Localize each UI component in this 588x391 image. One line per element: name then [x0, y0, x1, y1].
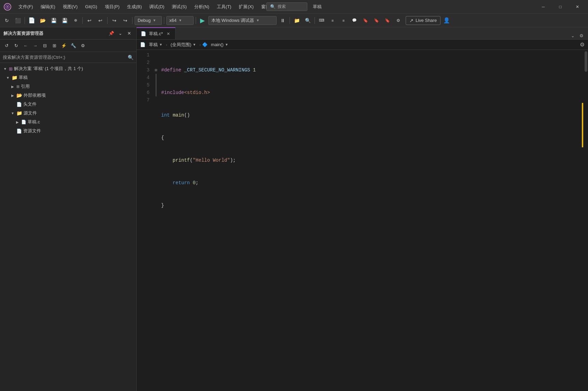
toolbar-undo2-btn[interactable]: ↩ [96, 16, 105, 25]
nav-file-label: 草稿 [149, 42, 158, 48]
nav-file-item[interactable]: 草稿 ▼ [147, 41, 165, 49]
nav-func-item[interactable]: main() ▼ [209, 41, 230, 48]
toolbar-new-btn[interactable]: 📄 [27, 16, 37, 25]
sidebar-wrench-btn[interactable]: 🔧 [69, 41, 78, 50]
sidebar-back-btn[interactable]: ← [21, 41, 30, 50]
search-box[interactable]: 🔍 搜索 [266, 2, 307, 11]
toolbar-bookmark-btn[interactable]: 🔖 [361, 16, 370, 25]
sidebar-search[interactable]: 搜索解决方案资源管理器(Ctrl+;) 🔍 [0, 52, 136, 63]
sidebar-pending-btn[interactable]: ⊞ [50, 41, 59, 50]
sidebar-forward-btn[interactable]: → [31, 41, 40, 50]
close-button[interactable]: ✕ [570, 0, 585, 14]
tab-dropdown-btn[interactable]: ⌄ [569, 32, 576, 39]
nav-func-label: main() [211, 42, 224, 47]
toolbar-code-btn[interactable]: ⌨ [317, 16, 326, 25]
res-label: 资源文件 [23, 128, 136, 134]
toolbar-bookmark2-btn[interactable]: 🔖 [372, 16, 381, 25]
menu-item-p[interactable]: 项目(P) [101, 2, 123, 11]
toolbar-refresh-btn[interactable]: ↻ [2, 16, 12, 25]
toolbar-comment-btn[interactable]: 💬 [350, 16, 359, 25]
toolbar-save-all-btn[interactable]: 💾 [60, 16, 69, 25]
menu-item-t[interactable]: 工具(T) [213, 2, 235, 11]
live-share-icon: ↗ [409, 18, 414, 23]
nav-func-icon: 🔷 [202, 42, 208, 47]
menu-item-n[interactable]: 分析(N) [191, 2, 213, 11]
menu-item-s[interactable]: 测试(S) [168, 2, 190, 11]
toolbar-stop-btn[interactable]: ⬛ [13, 16, 23, 25]
code-gutter: ⊟ [154, 50, 158, 391]
tree-item-references[interactable]: ▶ ⊞ 引用 [0, 82, 136, 91]
editor-scrollbar[interactable] [583, 50, 588, 391]
line-num-2: 2 [137, 59, 150, 66]
menu-item-e[interactable]: 编辑(E) [37, 2, 59, 11]
nav-settings-btn[interactable]: ⚙ [580, 41, 585, 48]
toolbar-save-btn[interactable]: 💾 [49, 16, 58, 25]
sidebar-collapse-btn[interactable]: ⊟ [40, 41, 49, 50]
sidebar-sync-btn[interactable]: ↺ [2, 41, 11, 50]
tree-item-project[interactable]: ▼ 📁 草稿 [0, 73, 136, 82]
sidebar-close-btn[interactable]: ✕ [125, 30, 133, 37]
tree-item-external-deps[interactable]: ▶ 📂 外部依赖项 [0, 91, 136, 100]
live-share-button[interactable]: ↗ Live Share [406, 16, 440, 25]
token-5-indent [161, 157, 173, 164]
sidebar-chevron-btn[interactable]: ⌄ [116, 30, 124, 37]
menu-item-x[interactable]: 扩展(X) [235, 2, 257, 11]
toolbar-open-btn[interactable]: 📂 [38, 16, 47, 25]
platform-label: x64 [169, 18, 177, 23]
separator-8 [314, 17, 315, 24]
sidebar-search-icon: 🔍 [128, 55, 134, 60]
nav-scope-item[interactable]: (全局范围) ▼ [169, 41, 198, 49]
svg-point-2 [7, 6, 8, 8]
tab-settings-btn[interactable]: ⚙ [578, 32, 585, 39]
maximize-button[interactable]: □ [552, 0, 568, 14]
gutter-1 [154, 51, 158, 59]
menu-item-v[interactable]: 视图(V) [59, 2, 81, 11]
run-button[interactable]: ▶ [198, 16, 207, 25]
minimize-button[interactable]: ─ [535, 0, 551, 14]
debug-config-dropdown[interactable]: Debug ▼ [135, 16, 162, 25]
debug-config-label: Debug [138, 18, 151, 23]
menu-item-d[interactable]: 调试(D) [146, 2, 168, 11]
sidebar-refresh-btn[interactable]: ↻ [12, 41, 20, 50]
toolbar-indent-btn[interactable]: ≡ [328, 16, 337, 25]
menu-item-b[interactable]: 生成(B) [124, 2, 145, 11]
gutter-collapse-3[interactable]: ⊟ [154, 66, 158, 74]
code-line-4: { [161, 134, 583, 141]
menu-item-f[interactable]: 文件(F) [15, 2, 37, 11]
solution-root-item[interactable]: ▼ ⊞ 解决方案 '草稿' (1 个项目，共 1 个) [0, 64, 136, 73]
local-debug-dropdown[interactable]: 本地 Windows 调试器 ▼ [208, 16, 277, 25]
toolbar-folder-btn[interactable]: 📁 [292, 16, 302, 25]
toolbar-search2-btn[interactable]: 🔍 [303, 16, 312, 25]
sidebar-link-btn[interactable]: ⚡ [59, 41, 68, 50]
toolbar-bookmark3-btn[interactable]: 🔖 [382, 16, 392, 25]
toolbar-pause-btn[interactable]: ⏸ [278, 16, 288, 25]
tree-item-resources[interactable]: 📄 资源文件 [0, 126, 136, 135]
toolbar-indent2-btn[interactable]: ≡ [339, 16, 348, 25]
toolbar-redo-btn[interactable]: ↪ [110, 16, 119, 25]
menu-item-gitg[interactable]: Git(G) [82, 3, 100, 11]
scroll-highlight [582, 103, 583, 147]
sidebar-settings-btn[interactable]: ⚙ [79, 41, 87, 50]
code-content[interactable]: #define _CRT_SECURE_NO_WARNINGS 1 #inclu… [158, 50, 583, 391]
tab-close-btn[interactable]: ✕ [166, 31, 171, 37]
tree-item-headers[interactable]: 📄 头文件 [0, 100, 136, 109]
tree-item-main-c[interactable]: ▶ 📄 草稿.c [0, 118, 136, 126]
toolbar-undo-btn[interactable]: ↩ [85, 16, 94, 25]
code-editor[interactable]: 1 2 3 4 5 6 7 ⊟ [137, 50, 588, 391]
local-debug-label: 本地 Windows 调试器 [211, 17, 254, 24]
platform-dropdown[interactable]: x64 ▼ [166, 16, 194, 25]
toolbar-extra-save-btn[interactable]: ⊕ [71, 16, 80, 25]
toolbar-account-btn[interactable]: 👤 [442, 16, 451, 25]
line-numbers: 1 2 3 4 5 6 7 [137, 50, 154, 391]
tree-item-source-files[interactable]: ▼ 📁 源文件 [0, 109, 136, 118]
code-line-7: } [161, 202, 583, 209]
nav-file-icon: 📄 [140, 42, 145, 47]
scrollbar-thumb[interactable] [585, 51, 587, 72]
src-label: 源文件 [24, 110, 136, 116]
token-2-1: #include [161, 89, 184, 96]
toolbar-redo2-btn[interactable]: ↪ [121, 16, 130, 25]
sidebar-pin-btn[interactable]: 📌 [108, 30, 115, 37]
debug-config-arrow: ▼ [153, 18, 156, 22]
tab-main-c[interactable]: 📄 草稿.c* ✕ [137, 27, 176, 39]
toolbar-misc-btn[interactable]: ⚙ [393, 16, 403, 25]
